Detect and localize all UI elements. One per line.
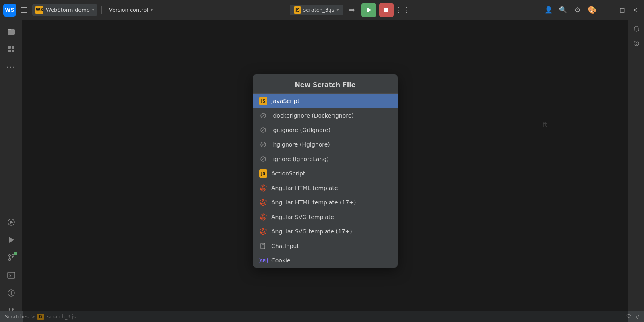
- project-selector[interactable]: WS WebStorm-demo ▾: [32, 4, 97, 16]
- stop-button[interactable]: [379, 3, 394, 17]
- dialog-item-chatinput[interactable]: ChatInput: [253, 239, 398, 253]
- app-logo: WS: [3, 4, 16, 17]
- settings-button[interactable]: ⚙: [572, 4, 584, 16]
- dialog-item-javascript[interactable]: JSJavaScript: [253, 94, 398, 108]
- sidebar-folder-icon[interactable]: [3, 23, 19, 39]
- statusbar-v-icon[interactable]: V: [635, 314, 639, 320]
- dialog-item-label: .hgignore (HgIgnore): [271, 141, 330, 148]
- svg-point-22: [12, 308, 14, 310]
- dialog-item-label: Angular SVG template: [271, 214, 334, 220]
- vc-label: Version control: [109, 7, 148, 13]
- angular-icon: [259, 213, 267, 221]
- svg-point-21: [9, 308, 10, 310]
- dialog-item-label: .dockerignore (DockerIgnore): [271, 112, 354, 119]
- dialog-item-angular-svg-17[interactable]: Angular SVG template (17+): [253, 224, 398, 239]
- svg-rect-7: [12, 46, 14, 49]
- step-over-button[interactable]: ⇒: [346, 4, 358, 16]
- svg-point-14: [12, 255, 14, 257]
- sidebar-vcs-wrap: [3, 250, 19, 266]
- svg-rect-17: [8, 272, 15, 278]
- block-icon: [259, 140, 267, 149]
- minimize-button[interactable]: ─: [604, 4, 615, 16]
- dialog-item-actionscript[interactable]: JSActionScript: [253, 166, 398, 181]
- svg-line-28: [262, 128, 265, 132]
- window-controls: ─ □ ✕: [604, 4, 641, 16]
- svg-rect-8: [8, 50, 11, 52]
- block-icon: [259, 126, 267, 134]
- new-scratch-file-dialog: New Scratch File JSJavaScript .dockerign…: [253, 74, 398, 268]
- svg-line-32: [262, 157, 265, 161]
- close-button[interactable]: ✕: [630, 4, 641, 16]
- dialog-item-angular-html-17[interactable]: Angular HTML template (17+): [253, 195, 398, 210]
- left-sidebar: ···: [0, 20, 23, 322]
- dialog-item-ignore[interactable]: .ignore (IgnoreLang): [253, 152, 398, 166]
- notification-icon[interactable]: [631, 23, 642, 35]
- dialog-title: New Scratch File: [253, 74, 398, 94]
- svg-marker-11: [10, 221, 13, 224]
- vc-chevron: ▾: [151, 8, 153, 12]
- run-button[interactable]: [361, 3, 376, 17]
- titlebar-center: JS scratch_3.js ▾ ⇒ ⋮⋮: [158, 3, 540, 17]
- scratch-js-icon: JS: [294, 6, 301, 14]
- search-button[interactable]: 🔍: [557, 4, 569, 16]
- stop-icon: [384, 7, 389, 13]
- dialog-item-angular-svg[interactable]: Angular SVG template: [253, 210, 398, 224]
- ai-icon[interactable]: [631, 38, 642, 49]
- run-config-selector[interactable]: JS scratch_3.js ▾: [290, 5, 343, 15]
- svg-marker-12: [9, 237, 14, 243]
- sidebar-problems-icon[interactable]: i: [3, 285, 19, 301]
- dialog-item-angular-html[interactable]: Angular HTML template: [253, 181, 398, 195]
- svg-point-13: [8, 255, 10, 257]
- sidebar-run-icon[interactable]: [3, 232, 19, 248]
- right-sidebar: [628, 20, 644, 322]
- project-chevron: ▾: [92, 8, 94, 12]
- dialog-item-hgignore[interactable]: .hgignore (HgIgnore): [253, 137, 398, 152]
- modal-overlay: New Scratch File JSJavaScript .dockerign…: [23, 20, 628, 322]
- hamburger-button[interactable]: [19, 4, 30, 16]
- dialog-item-label: .ignore (IgnoreLang): [271, 156, 329, 162]
- api-icon: API: [259, 256, 267, 264]
- svg-text:i: i: [10, 291, 12, 296]
- dialog-item-label: ActionScript: [271, 170, 305, 177]
- svg-rect-9: [12, 50, 14, 52]
- dialog-item-label: Angular SVG template (17+): [271, 228, 352, 235]
- maximize-button[interactable]: □: [617, 4, 628, 16]
- add-user-button[interactable]: 👤: [543, 4, 555, 16]
- sidebar-more-icon[interactable]: ···: [3, 59, 19, 75]
- svg-rect-6: [8, 46, 11, 49]
- svg-rect-5: [8, 29, 11, 30]
- vc-selector[interactable]: Version control ▾: [106, 5, 156, 14]
- block-icon: [259, 155, 267, 163]
- paint-button[interactable]: 🎨: [586, 4, 598, 16]
- content-area: ft New Scratch File JSJavaScript .docker…: [23, 20, 628, 322]
- svg-line-26: [262, 114, 265, 117]
- svg-point-51: [628, 317, 630, 318]
- dialog-item-label: .gitignore (GitIgnore): [271, 127, 330, 133]
- dialog-item-label: JavaScript: [271, 98, 299, 104]
- svg-rect-3: [384, 8, 388, 12]
- project-icon: WS: [35, 6, 43, 14]
- dialog-item-gitignore[interactable]: .gitignore (GitIgnore): [253, 123, 398, 137]
- dialog-item-label: Angular HTML template: [271, 185, 338, 191]
- js-icon: JS: [259, 97, 267, 105]
- svg-line-30: [262, 143, 265, 146]
- sidebar-vcs-icon[interactable]: [3, 250, 19, 266]
- js-icon: JS: [259, 169, 267, 178]
- dialog-item-label: Angular HTML template (17+): [271, 199, 356, 206]
- sidebar-terminal-icon[interactable]: [3, 267, 19, 283]
- dialog-item-dockerignore[interactable]: .dockerignore (DockerIgnore): [253, 108, 398, 123]
- svg-point-15: [8, 259, 10, 261]
- file-icon: [259, 242, 267, 250]
- dialog-item-label: Cookie: [271, 257, 291, 264]
- run-config-name: scratch_3.js: [303, 7, 334, 13]
- angular-icon: [259, 198, 267, 206]
- dialog-item-label: ChatInput: [271, 243, 299, 249]
- dialog-list[interactable]: JSJavaScript .dockerignore (DockerIgnore…: [253, 94, 398, 268]
- angular-icon: [259, 227, 267, 235]
- vcs-notification-dot: [14, 252, 17, 255]
- sidebar-plugins-icon[interactable]: [3, 41, 19, 57]
- dialog-item-cookie[interactable]: API Cookie: [253, 253, 398, 268]
- sidebar-run-configs-icon[interactable]: [3, 214, 19, 230]
- more-options-button[interactable]: ⋮⋮: [397, 4, 409, 16]
- block-icon: [259, 111, 267, 120]
